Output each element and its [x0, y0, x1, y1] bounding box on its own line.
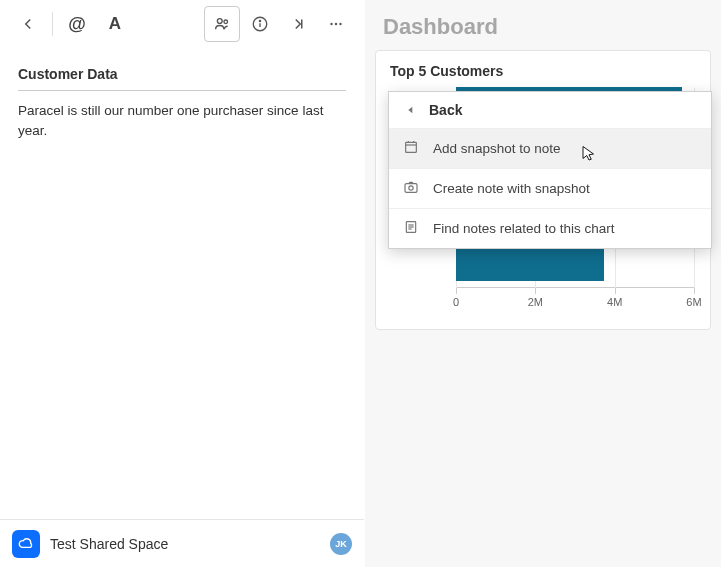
- x-tick-label: 2M: [528, 296, 543, 308]
- note-list-icon: [403, 219, 419, 238]
- menu-item-label: Find notes related to this chart: [433, 221, 615, 236]
- info-icon: [251, 15, 269, 33]
- chart-title: Top 5 Customers: [384, 63, 702, 87]
- menu-item-2[interactable]: Find notes related to this chart: [389, 209, 711, 248]
- svg-rect-13: [405, 184, 417, 193]
- mention-button[interactable]: @: [59, 6, 95, 42]
- footer-bar: Test Shared Space JK: [0, 519, 364, 567]
- note-title: Customer Data: [0, 48, 364, 90]
- space-name[interactable]: Test Shared Space: [50, 536, 320, 552]
- menu-item-0[interactable]: Add snapshot to note: [389, 129, 711, 169]
- text-format-button[interactable]: A: [97, 6, 133, 42]
- users-icon: [213, 15, 231, 33]
- svg-point-8: [339, 23, 341, 25]
- more-button[interactable]: [318, 6, 354, 42]
- note-body-text[interactable]: Paracel is still our number one purchase…: [0, 101, 364, 142]
- x-tick-label: 6M: [686, 296, 701, 308]
- note-toolbar: @ A: [0, 0, 364, 48]
- back-button[interactable]: [10, 6, 46, 42]
- cloud-icon: [18, 536, 34, 552]
- x-tick-label: 4M: [607, 296, 622, 308]
- menu-back-label: Back: [429, 102, 462, 118]
- space-icon[interactable]: [12, 530, 40, 558]
- svg-point-7: [335, 23, 337, 25]
- user-avatar[interactable]: JK: [330, 533, 352, 555]
- x-axis: 02M4M6M: [456, 287, 694, 317]
- menu-item-1[interactable]: Create note with snapshot: [389, 169, 711, 209]
- text-icon: A: [109, 14, 121, 34]
- menu-item-label: Create note with snapshot: [433, 181, 590, 196]
- more-icon: [327, 15, 345, 33]
- context-menu: Back Add snapshot to noteCreate note wit…: [388, 91, 712, 249]
- menu-back[interactable]: Back: [389, 92, 711, 129]
- separator: [52, 12, 53, 36]
- chart-card: Top 5 Customers 02M4M6MParacel5.69MDeak.…: [375, 50, 711, 330]
- svg-point-1: [224, 20, 228, 24]
- at-icon: @: [68, 14, 86, 35]
- dashboard-title: Dashboard: [365, 0, 721, 50]
- snapshot-add-icon: [403, 139, 419, 158]
- chart-bar-row: [384, 247, 694, 281]
- svg-point-14: [409, 186, 413, 190]
- svg-point-4: [259, 20, 260, 21]
- bar[interactable]: [456, 247, 604, 281]
- x-tick-label: 0: [453, 296, 459, 308]
- camera-icon: [403, 179, 419, 198]
- collapse-right-button[interactable]: [280, 6, 316, 42]
- svg-rect-9: [406, 142, 417, 152]
- svg-point-6: [330, 23, 332, 25]
- menu-item-label: Add snapshot to note: [433, 141, 561, 156]
- cursor-pointer-icon: [580, 145, 598, 163]
- svg-point-0: [217, 19, 222, 24]
- title-underline: [18, 90, 346, 91]
- info-button[interactable]: [242, 6, 278, 42]
- chevron-right-bar-icon: [289, 15, 307, 33]
- share-users-button[interactable]: [204, 6, 240, 42]
- triangle-left-icon: [403, 102, 419, 118]
